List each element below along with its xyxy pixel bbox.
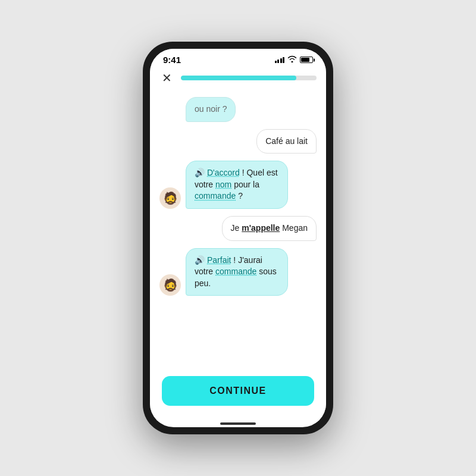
- top-nav: ✕: [150, 67, 326, 91]
- progress-fill: [181, 76, 296, 80]
- chat-bubble-left: ou noir ?: [186, 97, 236, 122]
- status-icons: [275, 55, 314, 64]
- continue-area: CONTINUE: [150, 367, 326, 422]
- chat-bubble-right: Je m'appelle Megan: [222, 216, 317, 241]
- home-indicator: [220, 422, 256, 425]
- phone-screen: 9:41: [150, 49, 326, 427]
- close-icon: ✕: [162, 72, 172, 84]
- dashed-word: commande: [215, 267, 256, 276]
- status-time: 9:41: [163, 55, 181, 65]
- chat-bubble-right: Café au lait: [256, 129, 317, 154]
- bubble-text: pour la: [231, 180, 259, 189]
- avatar: 🧔: [159, 274, 181, 296]
- avatar: 🧔: [159, 187, 181, 209]
- chat-bubble-left: 🔊Parfait ! J'aurai votre commande sous p…: [186, 248, 288, 296]
- dashed-word: D'accord: [207, 168, 240, 177]
- chat-bubble-left: 🔊D'accord ! Quel est votre nom pour la c…: [186, 161, 288, 209]
- progress-bar: [181, 76, 317, 80]
- chat-area: ou noir ? Café au lait 🧔 🔊D'accord ! Que…: [150, 91, 326, 367]
- battery-icon: [300, 57, 313, 63]
- message-row: ou noir ?: [159, 97, 317, 122]
- message-row: Café au lait: [159, 129, 317, 154]
- signal-icon: [275, 57, 285, 63]
- message-row: 🧔 🔊Parfait ! J'aurai votre commande sous…: [159, 248, 317, 296]
- message-row: 🧔 🔊D'accord ! Quel est votre nom pour la…: [159, 161, 317, 209]
- bubble-text: Megan: [280, 223, 308, 233]
- dashed-word: Parfait: [207, 255, 231, 265]
- speaker-icon: 🔊: [195, 168, 205, 177]
- dashed-word: commande: [195, 191, 236, 201]
- status-bar: 9:41: [150, 49, 326, 67]
- bubble-text: Je: [231, 223, 242, 233]
- wifi-icon: [287, 55, 297, 64]
- message-row: Je m'appelle Megan: [159, 216, 317, 241]
- speaker-icon: 🔊: [195, 255, 205, 265]
- close-button[interactable]: ✕: [159, 71, 174, 85]
- phone-frame: 9:41: [143, 42, 333, 434]
- dashed-word: nom: [215, 180, 231, 189]
- highlighted-word: m'appelle: [242, 223, 280, 233]
- bubble-text: ?: [236, 191, 243, 201]
- continue-button[interactable]: CONTINUE: [162, 376, 314, 406]
